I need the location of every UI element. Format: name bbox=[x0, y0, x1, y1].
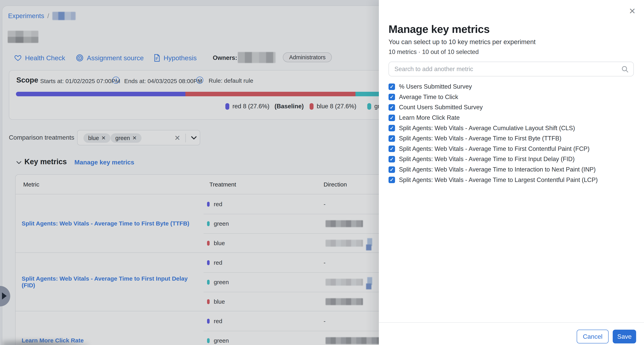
checkbox-checked-icon[interactable]: ✓ bbox=[388, 94, 395, 100]
drawer-subtitle: You can select up to 10 key metrics per … bbox=[388, 38, 536, 46]
checkbox-checked-icon[interactable]: ✓ bbox=[388, 146, 395, 152]
checkbox-checked-icon[interactable]: ✓ bbox=[388, 166, 395, 173]
metric-label: Split Agents: Web Vitals - Average Cumul… bbox=[399, 125, 575, 132]
metric-checkbox-row[interactable]: ✓ Learn More Click Rate bbox=[388, 113, 634, 123]
selection-summary: 10 metrics · 10 out of 10 selected bbox=[388, 49, 479, 56]
drawer-title: Manage key metrics bbox=[388, 23, 490, 36]
metric-label: Split Agents: Web Vitals - Average Time … bbox=[399, 135, 561, 142]
close-icon[interactable]: ✕ bbox=[629, 7, 636, 15]
manage-key-metrics-drawer: ✕ Manage key metrics You can select up t… bbox=[379, 0, 644, 345]
checkbox-checked-icon[interactable]: ✓ bbox=[388, 125, 395, 131]
metric-checkbox-row[interactable]: ✓ Split Agents: Web Vitals - Average Cum… bbox=[388, 123, 634, 133]
checkbox-checked-icon[interactable]: ✓ bbox=[388, 104, 395, 111]
search-icon bbox=[621, 65, 629, 73]
drawer-footer: Cancel Save bbox=[379, 322, 644, 345]
metric-label: Split Agents: Web Vitals - Average Time … bbox=[399, 166, 596, 173]
metric-label: Average Time to Click bbox=[399, 94, 458, 101]
metric-checkbox-row[interactable]: ✓ Split Agents: Web Vitals - Average Tim… bbox=[388, 133, 634, 144]
metric-checkbox-row[interactable]: ✓ Average Time to Click bbox=[388, 92, 634, 102]
metric-checkbox-row[interactable]: ✓ Split Agents: Web Vitals - Average Tim… bbox=[388, 175, 634, 185]
metric-label: Split Agents: Web Vitals - Average Time … bbox=[399, 145, 590, 152]
metric-checkbox-row[interactable]: ✓ % Users Submitted Survey bbox=[388, 82, 634, 92]
metric-checkbox-row[interactable]: ✓ Count Users Submitted Survey bbox=[388, 102, 634, 113]
metric-checkbox-list: ✓ % Users Submitted Survey ✓ Average Tim… bbox=[388, 82, 634, 185]
app-root: Experiments / Health Check Assignment so… bbox=[0, 0, 644, 345]
metric-checkbox-row[interactable]: ✓ Split Agents: Web Vitals - Average Tim… bbox=[388, 154, 634, 164]
checkbox-checked-icon[interactable]: ✓ bbox=[388, 177, 395, 183]
cancel-button[interactable]: Cancel bbox=[577, 330, 608, 343]
save-button[interactable]: Save bbox=[613, 330, 636, 343]
metric-search bbox=[388, 62, 634, 76]
checkbox-checked-icon[interactable]: ✓ bbox=[388, 135, 395, 142]
checkbox-checked-icon[interactable]: ✓ bbox=[388, 115, 395, 121]
metric-label: Count Users Submitted Survey bbox=[399, 104, 483, 111]
checkbox-checked-icon[interactable]: ✓ bbox=[388, 84, 395, 90]
metric-label: Split Agents: Web Vitals - Average Time … bbox=[399, 156, 574, 163]
metric-checkbox-row[interactable]: ✓ Split Agents: Web Vitals - Average Tim… bbox=[388, 164, 634, 175]
metric-search-input[interactable] bbox=[388, 62, 634, 76]
metric-checkbox-row[interactable]: ✓ Split Agents: Web Vitals - Average Tim… bbox=[388, 144, 634, 154]
checkbox-checked-icon[interactable]: ✓ bbox=[388, 156, 395, 162]
metric-label: % Users Submitted Survey bbox=[399, 83, 472, 90]
metric-label: Split Agents: Web Vitals - Average Time … bbox=[399, 176, 598, 184]
metric-label: Learn More Click Rate bbox=[399, 114, 460, 121]
